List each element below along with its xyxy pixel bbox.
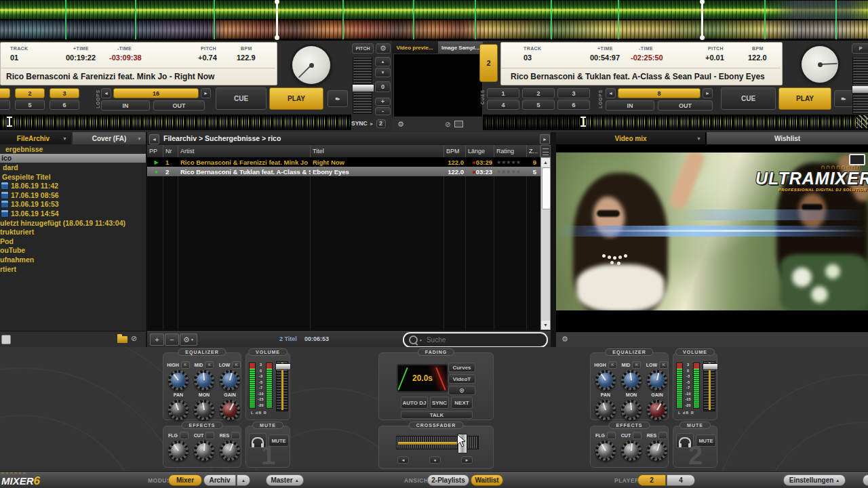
effect-toggle-button[interactable] (607, 432, 616, 439)
table-row[interactable]: ▶1Rico Bernasconi & Farenizzi feat. Mink… (147, 157, 540, 167)
waveform-deck2[interactable] (0, 20, 868, 39)
kill-button[interactable]: K (205, 361, 214, 369)
breadcrumb-forward-icon[interactable]: ► (540, 134, 550, 144)
deck2-cue-button-2[interactable]: 2 (522, 88, 555, 98)
deck1-cue-button-2[interactable]: 2 (15, 88, 45, 98)
deck2-stop-play-button[interactable]: ■▸ (834, 90, 853, 107)
talk-button[interactable]: TALK (401, 411, 473, 419)
deck1-gain-knob[interactable] (220, 400, 240, 420)
effect-toggle-button[interactable] (633, 432, 642, 439)
deck2-play-button[interactable]: PLAY (778, 87, 831, 110)
table-scrollbar[interactable]: ▲ ▼ (540, 157, 551, 330)
master-button[interactable]: Master▲ (266, 474, 304, 486)
deck1-cut-knob[interactable] (194, 441, 214, 461)
sidebar-item[interactable]: Pod (0, 237, 146, 246)
videot-button[interactable]: VideoT (448, 374, 475, 384)
crossfade-center-button[interactable]: ● (429, 456, 441, 464)
deck2-loop-in-button[interactable]: IN (606, 100, 654, 110)
deck1-mon-knob[interactable] (194, 400, 214, 420)
deck2-flg-knob[interactable] (595, 441, 616, 461)
deck1-pitch-slider[interactable] (353, 57, 372, 114)
tab-cover-fa[interactable]: Cover (FA) ▼ (73, 132, 146, 144)
deck2-loop-decrease-button[interactable]: ◄ (606, 88, 616, 98)
kill-button[interactable]: K (181, 361, 190, 369)
deck1-track-waveform[interactable] (0, 115, 351, 130)
sidebar-item[interactable]: uletzt hinzugefügt (18.06.19 11:43:04) (0, 218, 146, 228)
deck2-pitch-panel-button[interactable]: P (852, 43, 868, 54)
deck2-volume-fader[interactable] (703, 361, 715, 411)
deck1-loop-increase-button[interactable]: ► (201, 88, 211, 98)
search-input[interactable] (425, 336, 530, 344)
deck1-cue-button-5[interactable]: 5 (15, 100, 45, 110)
deck1-play-button[interactable]: PLAY (269, 87, 323, 110)
autodj-button[interactable]: AUTO DJ (401, 396, 428, 409)
curves-button[interactable]: Curves (448, 363, 475, 372)
deck1-volume-fader-handle[interactable] (275, 363, 291, 370)
effect-toggle-button[interactable] (205, 432, 214, 439)
sidebar-item[interactable]: 18.06.19 11:42 (1, 181, 146, 190)
remove-button[interactable]: − (165, 333, 179, 346)
deck2-track-waveform[interactable] (483, 115, 868, 130)
column-header-artist[interactable]: Artist (178, 145, 311, 157)
deck2-high-knob[interactable] (595, 370, 616, 390)
tab-image-sampler[interactable]: Image Sampl... (438, 41, 483, 54)
sidebar-item[interactable]: 13.06.19 16:53 (1, 200, 146, 209)
deck1-pitch-up-button[interactable]: ▲ (375, 57, 391, 66)
no-video-icon[interactable]: ⊘ (445, 121, 450, 128)
deck2-mid-knob[interactable] (621, 370, 642, 390)
cell-rating[interactable]: ★★★★★ (494, 159, 527, 165)
kill-button[interactable]: K (608, 361, 617, 369)
deck2-low-knob[interactable] (647, 370, 667, 390)
effect-toggle-button[interactable] (231, 432, 240, 439)
panel-toggle-icon[interactable] (1, 335, 11, 344)
gear-icon[interactable]: ⚙ (561, 336, 568, 343)
deck2-cue-button-1[interactable]: 1 (487, 88, 519, 98)
deck1-mid-knob[interactable] (194, 370, 214, 390)
video-preview-screen[interactable] (393, 54, 483, 117)
deck2-pan-knob[interactable] (595, 400, 616, 420)
tab-filearchiv[interactable]: FileArchiv ▼ (0, 132, 71, 144)
sidebar-item[interactable]: rtiert (0, 264, 146, 274)
mixer-mode-button[interactable]: Mixer (168, 474, 202, 486)
folder-icon[interactable] (117, 336, 127, 343)
kill-button[interactable]: K (659, 361, 668, 369)
player-2-button[interactable]: 2 (637, 474, 666, 486)
deck2-mon-knob[interactable] (621, 400, 642, 420)
fullscreen-monitor-icon[interactable] (454, 121, 463, 127)
deck1-loop-in-button[interactable]: IN (101, 100, 150, 110)
column-header-rating[interactable]: Rating (494, 145, 527, 157)
deck1-cue-button-3[interactable]: 3 (50, 88, 79, 98)
sidebar-item[interactable]: ergebnisse (5, 144, 146, 154)
settings-button[interactable]: Einstellungen▲ (783, 474, 846, 486)
deck2-pitch-slider-handle[interactable] (852, 85, 868, 94)
deck2-cue-button-5[interactable]: 5 (522, 100, 555, 110)
deck1-cue-button[interactable]: CUE (216, 87, 267, 110)
column-header-titel[interactable]: Titel (311, 145, 444, 157)
sidebar-item[interactable]: Gespielte Titel (2, 172, 146, 182)
sidebar-item[interactable]: ufnahmen (0, 255, 146, 264)
deck1-sync-label[interactable]: SYNC (351, 120, 368, 127)
scrollbar-thumb[interactable] (542, 167, 551, 209)
deck1-pitch-plus-button[interactable]: + (375, 98, 391, 106)
deck1-flg-knob[interactable] (168, 441, 189, 461)
deck1-high-knob[interactable] (168, 370, 189, 390)
deck1-jog-wheel[interactable] (292, 46, 330, 84)
edge-cut-button[interactable]: 1 (863, 474, 868, 486)
waveform-overview[interactable] (0, 0, 868, 41)
playhead-deck2[interactable] (701, 0, 703, 39)
deck1-stop-play-button[interactable]: ■▸ (328, 90, 348, 107)
deck1-pitch-settings-button[interactable]: ⚙ (376, 43, 391, 54)
deck2-loop-length-button[interactable]: 8 (618, 88, 701, 98)
deck1-pitch-slider-handle[interactable] (352, 84, 374, 92)
sync-button[interactable]: SYNC (430, 396, 449, 409)
deck2-cue-button-4[interactable]: 4 (487, 100, 519, 110)
column-header-bpm[interactable]: BPM (444, 145, 466, 157)
waitlist-view-button[interactable]: Waitlist (471, 474, 503, 486)
deck2-pitch-slider[interactable] (852, 57, 868, 114)
breadcrumb-back-icon[interactable]: ◄ (149, 134, 159, 144)
sidebar-item[interactable]: 13.06.19 14:54 (1, 209, 146, 218)
sidebar-item[interactable]: ouTube (0, 246, 146, 256)
deck2-loop-out-button[interactable]: OUT (658, 100, 713, 110)
deck1-loop-length-button[interactable]: 16 (113, 88, 199, 98)
column-header-lnge[interactable]: Länge (466, 145, 494, 157)
